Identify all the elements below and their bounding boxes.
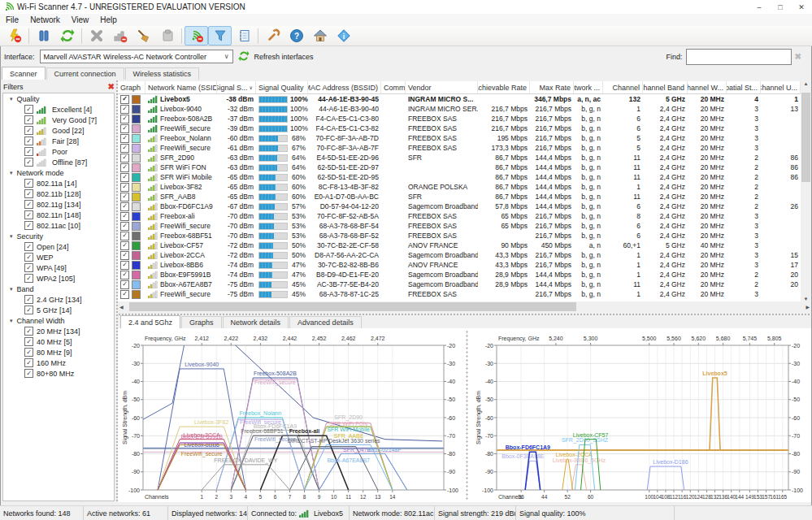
table-row[interactable]: ✓Bbox-FD6FC1A9-67 dBm57%D0-57-94-04-12-2… (118, 202, 801, 211)
table-row[interactable]: ✓Bbox-E9F5991B-74 dBm47%B8-D9-4D-E1-FE-2… (118, 270, 801, 280)
filter-item[interactable]: ✓Poor (3, 146, 114, 157)
toolbar-button-settings[interactable] (261, 26, 284, 46)
checkbox[interactable]: ✓ (120, 124, 129, 133)
checkbox[interactable]: ✓ (120, 163, 129, 172)
maximize-button[interactable]: □ (770, 0, 791, 14)
checkbox[interactable]: ✓ (24, 242, 33, 251)
table-row[interactable]: ✓FreeWifi_secure-39 dBm100%F4-CA-E5-C1-C… (118, 124, 801, 133)
find-input[interactable] (686, 49, 792, 65)
table-row[interactable]: ✓FreeWifi_secure-61 dBm67%70-FC-8F-3A-AB… (118, 143, 801, 153)
checkbox[interactable]: ✓ (120, 280, 129, 289)
filter-item[interactable]: ✓Very Good [7] (3, 115, 114, 125)
checkbox[interactable]: ✓ (24, 105, 33, 114)
filter-item[interactable]: ✓5 GHz [14] (3, 305, 114, 315)
table-row[interactable]: ✓Freebox-ali-70 dBm53%70-FC-8F-52-AB-5AF… (118, 211, 801, 221)
filter-item[interactable]: ✓WEP (3, 252, 114, 262)
refresh-interfaces-button[interactable]: Refresh interfaces (254, 53, 314, 61)
filter-item[interactable]: ✓Offline [87] (3, 157, 114, 167)
table-row[interactable]: ✓Freebox-508A2B-37 dBm100%F4-CA-E5-C1-C3… (118, 114, 801, 124)
menu-item-file[interactable]: File (0, 14, 24, 26)
table-row[interactable]: ✓Bbox-A67EA8B7-75 dBm45%AC-3B-77-5E-B4-2… (118, 280, 801, 289)
filter-item[interactable]: ✓802.11a [14] (3, 178, 114, 188)
table-row[interactable]: ✓Livebox-2CCA-72 dBm50%D8-A7-56-AA-2C-CA… (118, 250, 801, 260)
checkbox[interactable]: ✓ (120, 261, 129, 270)
menu-item-help[interactable]: Help (94, 14, 123, 26)
table-header-channel-u-[interactable]: Channel U... (761, 81, 801, 93)
checkbox[interactable]: ✓ (24, 158, 33, 167)
table-row[interactable]: ✓Freebox_Nolann-60 dBm68%70-FC-8F-3A-AB-… (118, 133, 801, 143)
checkbox[interactable]: ✓ (24, 210, 33, 219)
filter-item[interactable]: ✓802.11g [134] (3, 199, 114, 210)
checkbox[interactable]: ✓ (24, 274, 33, 283)
filter-item[interactable]: ✓Fair [28] (3, 136, 114, 146)
table-row[interactable]: ✓SFR_2D90-63 dBm64%E4-5D-51-EE-2D-96SFR8… (118, 153, 801, 162)
toolbar-button-paste[interactable] (155, 26, 179, 46)
table-header-vendor[interactable]: Vendor (406, 81, 478, 93)
toolbar-button-restart-scan[interactable] (55, 26, 79, 46)
checkbox[interactable]: ✓ (24, 253, 33, 262)
tab-wireless-statistics[interactable]: Wireless statistics (125, 67, 200, 80)
checkbox[interactable]: ✓ (120, 251, 129, 260)
checkbox[interactable]: ✓ (120, 212, 129, 221)
checkbox[interactable]: ✓ (120, 95, 129, 104)
checkbox[interactable]: ✓ (24, 369, 33, 378)
checkbox[interactable]: ✓ (120, 222, 129, 231)
checkbox[interactable]: ✓ (120, 144, 129, 153)
table-row[interactable]: ✓SFR_AAB8-65 dBm60%E0-A1-D7-0B-AA-BCSFR8… (118, 192, 801, 202)
checkbox[interactable]: ✓ (120, 183, 129, 192)
table-header-channel[interactable]: Channel (603, 81, 643, 93)
checkbox[interactable]: ✓ (24, 189, 33, 198)
checkbox[interactable]: ✓ (120, 271, 129, 280)
table-row[interactable]: ✓Livebox5-38 dBm100%44-A6-1E-B3-90-45ING… (118, 94, 801, 104)
find-clear-icon[interactable]: ✖ (795, 52, 801, 61)
tab-scanner[interactable]: Scanner (2, 67, 46, 80)
filters-close-icon[interactable]: ✖ (108, 82, 115, 91)
filter-item[interactable]: ✓802.11n [148] (3, 210, 114, 220)
table-header-signal-quality[interactable]: Signal Quality (256, 81, 308, 93)
toolbar-button-report[interactable] (232, 26, 255, 46)
filter-item[interactable]: ✓80 MHz [9] (3, 347, 114, 358)
table-header-mac-address-bssid-[interactable]: MAC Address (BSSID) (308, 81, 381, 93)
scroll-right-icon[interactable]: ▶ (805, 304, 810, 310)
filter-item[interactable]: ✓160 MHz (3, 358, 114, 368)
filter-group-channel-width[interactable]: ▾Channel Width (3, 315, 114, 326)
toolbar-button-clear-signal[interactable] (108, 26, 132, 46)
table-row[interactable]: ✓Livebox-CF57-72 dBm50%30-7C-B2-2E-CF-58… (118, 240, 801, 250)
checkbox[interactable]: ✓ (24, 348, 33, 357)
toolbar-button-help[interactable]: ? (284, 26, 308, 46)
checkbox[interactable]: ✓ (120, 232, 129, 240)
filter-item[interactable]: ✓WPA [49] (3, 262, 114, 273)
filter-item[interactable]: ✓2.4 GHz [134] (3, 294, 114, 305)
checkbox[interactable]: ✓ (24, 147, 33, 156)
filter-item[interactable]: ✓20 MHz [134] (3, 326, 114, 336)
tab-current-connection[interactable]: Current connection (46, 67, 124, 80)
toolbar-button-stop-scan[interactable] (2, 26, 26, 46)
toolbar-button-pause[interactable] (32, 26, 55, 46)
checkbox[interactable]: ✓ (24, 358, 33, 367)
table-row[interactable]: ✓Livebox-8BB6-74 dBm47%30-7C-B2-82-8B-B6… (118, 260, 801, 270)
checkbox[interactable]: ✓ (120, 193, 129, 202)
chart-tab-advanced-details[interactable]: Advanced details (289, 316, 362, 328)
toolbar-button-filter[interactable] (208, 26, 232, 46)
filter-item[interactable]: ✓WPA2 [105] (3, 273, 114, 284)
table-row[interactable]: ✓FreeWifi_secure-75 dBm45%68-A3-78-87-1C… (118, 289, 801, 299)
table-header-network-[interactable]: Network ... (574, 81, 603, 93)
checkbox[interactable]: ✓ (24, 306, 33, 314)
table-header-network-name-ssid-[interactable]: Network Name (SSID) (145, 81, 217, 93)
filter-group-network-mode[interactable]: ▾Network mode (3, 167, 114, 178)
checkbox[interactable]: ✓ (120, 241, 129, 250)
minimize-button[interactable]: – (749, 0, 770, 14)
table-header-channel-band[interactable]: Channel Band (643, 81, 688, 93)
checkbox[interactable]: ✓ (120, 202, 129, 211)
checkbox[interactable]: ✓ (24, 126, 33, 135)
filter-item[interactable]: ✓802.11b [128] (3, 188, 114, 199)
table-row[interactable]: ✓SFR WiFi FON-63 dBm64%62-5D-51-EE-2D-97… (118, 162, 801, 172)
chart-tab-2-4-and-5ghz[interactable]: 2.4 and 5Ghz (120, 315, 180, 328)
chart-tab-graphs[interactable]: Graphs (181, 316, 222, 328)
filter-item[interactable]: ✓Good [22] (3, 125, 114, 136)
filter-item[interactable]: ✓80+80 MHz (3, 368, 114, 379)
filter-item[interactable]: ✓Open [24] (3, 241, 114, 252)
table-header-graph[interactable]: Graph (118, 81, 145, 93)
checkbox[interactable]: ✓ (24, 295, 33, 304)
table-header-spatial-st-[interactable]: Spatial St... (727, 81, 761, 93)
